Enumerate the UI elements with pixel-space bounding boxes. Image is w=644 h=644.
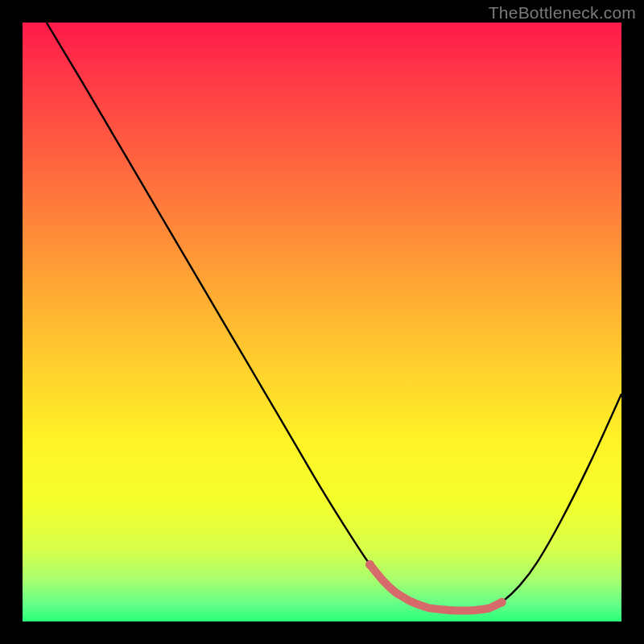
plot-area [23, 23, 621, 621]
optimal-range-left-dot [365, 560, 374, 569]
watermark-text: TheBottleneck.com [489, 3, 636, 23]
curve-layer [23, 23, 621, 621]
bottleneck-curve [47, 23, 621, 611]
optimal-range-right-dot [497, 598, 506, 607]
optimal-range-marker [370, 564, 502, 610]
